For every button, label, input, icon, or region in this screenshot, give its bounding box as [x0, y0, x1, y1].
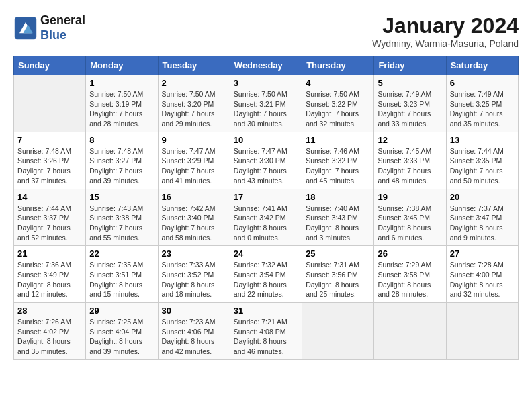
calendar-cell: 15Sunrise: 7:43 AMSunset: 3:38 PMDayligh…	[86, 189, 158, 246]
calendar-cell: 31Sunrise: 7:21 AMSunset: 4:08 PMDayligh…	[230, 303, 302, 360]
day-info: Sunrise: 7:37 AMSunset: 3:47 PMDaylight:…	[450, 203, 515, 243]
day-info: Sunrise: 7:28 AMSunset: 4:00 PMDaylight:…	[450, 260, 515, 300]
calendar-cell: 22Sunrise: 7:35 AMSunset: 3:51 PMDayligh…	[86, 246, 158, 303]
day-number: 23	[162, 248, 226, 259]
day-info: Sunrise: 7:44 AMSunset: 3:35 PMDaylight:…	[450, 146, 515, 186]
day-info: Sunrise: 7:26 AMSunset: 4:02 PMDaylight:…	[17, 317, 82, 357]
calendar-cell: 4Sunrise: 7:50 AMSunset: 3:22 PMDaylight…	[302, 75, 374, 132]
calendar-cell: 21Sunrise: 7:36 AMSunset: 3:49 PMDayligh…	[14, 246, 86, 303]
calendar-cell: 8Sunrise: 7:48 AMSunset: 3:27 PMDaylight…	[86, 132, 158, 189]
month-title: January 2024	[372, 13, 519, 38]
calendar-table: SundayMondayTuesdayWednesdayThursdayFrid…	[13, 56, 519, 360]
calendar-cell: 1Sunrise: 7:50 AMSunset: 3:19 PMDaylight…	[86, 75, 158, 132]
day-info: Sunrise: 7:23 AMSunset: 4:06 PMDaylight:…	[162, 317, 226, 357]
day-number: 5	[378, 78, 442, 88]
logo: General Blue	[13, 13, 85, 42]
day-number: 19	[378, 192, 442, 202]
day-info: Sunrise: 7:47 AMSunset: 3:30 PMDaylight:…	[234, 146, 298, 186]
day-info: Sunrise: 7:49 AMSunset: 3:25 PMDaylight:…	[450, 89, 515, 129]
day-info: Sunrise: 7:21 AMSunset: 4:08 PMDaylight:…	[234, 317, 298, 357]
calendar-cell: 11Sunrise: 7:46 AMSunset: 3:32 PMDayligh…	[302, 132, 374, 189]
calendar-week-2: 7Sunrise: 7:48 AMSunset: 3:26 PMDaylight…	[14, 132, 519, 189]
calendar-cell: 23Sunrise: 7:33 AMSunset: 3:52 PMDayligh…	[158, 246, 230, 303]
day-info: Sunrise: 7:50 AMSunset: 3:22 PMDaylight:…	[306, 89, 370, 129]
day-number: 27	[450, 248, 515, 259]
day-number: 26	[378, 248, 442, 259]
day-info: Sunrise: 7:35 AMSunset: 3:51 PMDaylight:…	[89, 260, 154, 300]
day-info: Sunrise: 7:32 AMSunset: 3:54 PMDaylight:…	[234, 260, 298, 300]
day-number: 4	[306, 78, 370, 88]
calendar-cell: 14Sunrise: 7:44 AMSunset: 3:37 PMDayligh…	[14, 189, 86, 246]
calendar-cell: 3Sunrise: 7:50 AMSunset: 3:21 PMDaylight…	[230, 75, 302, 132]
day-info: Sunrise: 7:49 AMSunset: 3:23 PMDaylight:…	[378, 89, 442, 129]
day-number: 7	[17, 135, 82, 145]
day-info: Sunrise: 7:36 AMSunset: 3:49 PMDaylight:…	[17, 260, 82, 300]
calendar-cell: 20Sunrise: 7:37 AMSunset: 3:47 PMDayligh…	[446, 189, 518, 246]
logo-line1: General	[40, 13, 85, 28]
day-number: 20	[450, 192, 515, 202]
day-number: 14	[17, 192, 82, 202]
calendar-cell: 28Sunrise: 7:26 AMSunset: 4:02 PMDayligh…	[14, 303, 86, 360]
calendar-cell	[14, 75, 86, 132]
day-info: Sunrise: 7:42 AMSunset: 3:40 PMDaylight:…	[162, 203, 226, 243]
calendar-week-5: 28Sunrise: 7:26 AMSunset: 4:02 PMDayligh…	[14, 303, 519, 360]
calendar-cell: 6Sunrise: 7:49 AMSunset: 3:25 PMDaylight…	[446, 75, 518, 132]
day-info: Sunrise: 7:41 AMSunset: 3:42 PMDaylight:…	[234, 203, 298, 243]
calendar-cell: 2Sunrise: 7:50 AMSunset: 3:20 PMDaylight…	[158, 75, 230, 132]
logo-icon	[13, 16, 38, 40]
weekday-header-monday: Monday	[86, 56, 158, 75]
calendar-cell	[302, 303, 374, 360]
calendar-cell: 13Sunrise: 7:44 AMSunset: 3:35 PMDayligh…	[446, 132, 518, 189]
day-info: Sunrise: 7:50 AMSunset: 3:19 PMDaylight:…	[89, 89, 154, 129]
calendar-cell: 25Sunrise: 7:31 AMSunset: 3:56 PMDayligh…	[302, 246, 374, 303]
title-block: January 2024 Wydminy, Warmia-Masuria, Po…	[372, 13, 519, 49]
location-subtitle: Wydminy, Warmia-Masuria, Poland	[372, 38, 519, 49]
day-info: Sunrise: 7:45 AMSunset: 3:33 PMDaylight:…	[378, 146, 442, 186]
day-number: 9	[162, 135, 226, 145]
calendar-cell: 26Sunrise: 7:29 AMSunset: 3:58 PMDayligh…	[374, 246, 446, 303]
day-info: Sunrise: 7:38 AMSunset: 3:45 PMDaylight:…	[378, 203, 442, 243]
day-number: 21	[17, 248, 82, 259]
calendar-cell: 29Sunrise: 7:25 AMSunset: 4:04 PMDayligh…	[86, 303, 158, 360]
day-number: 10	[234, 135, 298, 145]
day-number: 1	[89, 78, 154, 88]
calendar-cell: 18Sunrise: 7:40 AMSunset: 3:43 PMDayligh…	[302, 189, 374, 246]
day-number: 18	[306, 192, 370, 202]
calendar-cell: 19Sunrise: 7:38 AMSunset: 3:45 PMDayligh…	[374, 189, 446, 246]
weekday-header-wednesday: Wednesday	[230, 56, 302, 75]
day-number: 8	[89, 135, 154, 145]
weekday-header-sunday: Sunday	[14, 56, 86, 75]
day-info: Sunrise: 7:46 AMSunset: 3:32 PMDaylight:…	[306, 146, 370, 186]
day-number: 22	[89, 248, 154, 259]
weekday-header-friday: Friday	[374, 56, 446, 75]
day-number: 29	[89, 306, 154, 316]
calendar-cell: 24Sunrise: 7:32 AMSunset: 3:54 PMDayligh…	[230, 246, 302, 303]
day-number: 6	[450, 78, 515, 88]
weekday-header-saturday: Saturday	[446, 56, 518, 75]
calendar-cell: 7Sunrise: 7:48 AMSunset: 3:26 PMDaylight…	[14, 132, 86, 189]
calendar-cell: 16Sunrise: 7:42 AMSunset: 3:40 PMDayligh…	[158, 189, 230, 246]
calendar-cell: 17Sunrise: 7:41 AMSunset: 3:42 PMDayligh…	[230, 189, 302, 246]
calendar-week-1: 1Sunrise: 7:50 AMSunset: 3:19 PMDaylight…	[14, 75, 519, 132]
calendar-cell: 12Sunrise: 7:45 AMSunset: 3:33 PMDayligh…	[374, 132, 446, 189]
day-info: Sunrise: 7:40 AMSunset: 3:43 PMDaylight:…	[306, 203, 370, 243]
day-info: Sunrise: 7:33 AMSunset: 3:52 PMDaylight:…	[162, 260, 226, 300]
calendar-week-3: 14Sunrise: 7:44 AMSunset: 3:37 PMDayligh…	[14, 189, 519, 246]
calendar-header: SundayMondayTuesdayWednesdayThursdayFrid…	[14, 56, 519, 75]
calendar-cell: 27Sunrise: 7:28 AMSunset: 4:00 PMDayligh…	[446, 246, 518, 303]
day-number: 12	[378, 135, 442, 145]
day-info: Sunrise: 7:31 AMSunset: 3:56 PMDaylight:…	[306, 260, 370, 300]
calendar-week-4: 21Sunrise: 7:36 AMSunset: 3:49 PMDayligh…	[14, 246, 519, 303]
weekday-header-tuesday: Tuesday	[158, 56, 230, 75]
day-number: 15	[89, 192, 154, 202]
day-number: 11	[306, 135, 370, 145]
day-number: 25	[306, 248, 370, 259]
day-info: Sunrise: 7:25 AMSunset: 4:04 PMDaylight:…	[89, 317, 154, 357]
day-info: Sunrise: 7:50 AMSunset: 3:20 PMDaylight:…	[162, 89, 226, 129]
calendar-cell: 30Sunrise: 7:23 AMSunset: 4:06 PMDayligh…	[158, 303, 230, 360]
day-info: Sunrise: 7:43 AMSunset: 3:38 PMDaylight:…	[89, 203, 154, 243]
day-info: Sunrise: 7:48 AMSunset: 3:26 PMDaylight:…	[17, 146, 82, 186]
page-header: General Blue January 2024 Wydminy, Warmi…	[13, 13, 519, 49]
logo-text: General Blue	[40, 13, 85, 42]
calendar-cell: 9Sunrise: 7:47 AMSunset: 3:29 PMDaylight…	[158, 132, 230, 189]
